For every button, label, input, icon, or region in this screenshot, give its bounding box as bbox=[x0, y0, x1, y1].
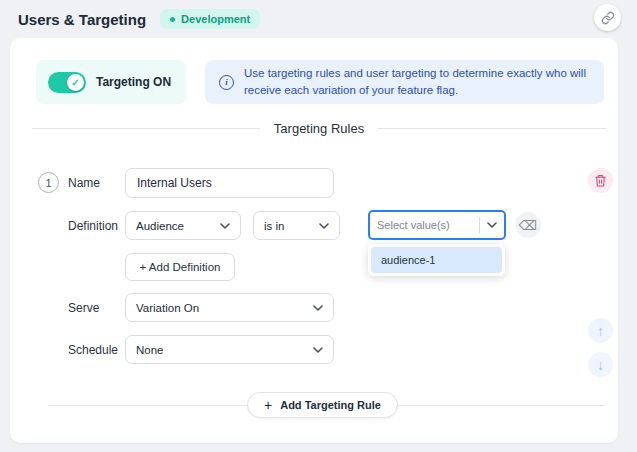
rule-index-badge: 1 bbox=[38, 172, 59, 193]
users-targeting-page: Users & Targeting Development ✓ Targetin… bbox=[0, 0, 637, 452]
environment-badge-label: Development bbox=[181, 13, 250, 25]
operator-select[interactable]: is in bbox=[253, 211, 340, 240]
serve-select[interactable]: Variation On bbox=[125, 293, 334, 322]
serve-label: Serve bbox=[68, 301, 99, 315]
values-dropdown-menu: audience-1 bbox=[368, 244, 505, 276]
add-targeting-rule-label: Add Targeting Rule bbox=[280, 399, 381, 411]
link-icon bbox=[601, 11, 615, 25]
targeting-toggle-label: Targeting ON bbox=[96, 75, 171, 89]
targeting-rules-divider: Targeting Rules bbox=[32, 119, 606, 137]
divider-line-left bbox=[32, 128, 260, 129]
info-banner-text: Use targeting rules and user targeting t… bbox=[244, 65, 590, 98]
chevron-down-icon bbox=[313, 347, 323, 353]
operator-select-value: is in bbox=[264, 220, 284, 232]
environment-badge: Development bbox=[160, 9, 260, 29]
schedule-select[interactable]: None bbox=[125, 335, 334, 364]
rule-name-input[interactable] bbox=[125, 168, 334, 198]
dropdown-option-audience-1[interactable]: audience-1 bbox=[371, 247, 502, 273]
targeting-toggle[interactable]: ✓ bbox=[48, 72, 86, 93]
trash-icon bbox=[594, 174, 607, 187]
arrow-up-icon: ↑ bbox=[597, 323, 604, 339]
divider-line-right bbox=[378, 128, 606, 129]
multiselect-caret[interactable] bbox=[480, 222, 504, 228]
targeting-card: ✓ Targeting ON i Use targeting rules and… bbox=[10, 38, 618, 443]
add-definition-button[interactable]: + Add Definition bbox=[125, 253, 235, 281]
property-select[interactable]: Audience bbox=[125, 211, 241, 240]
values-search-input[interactable] bbox=[377, 219, 479, 231]
info-icon: i bbox=[219, 75, 234, 90]
targeting-toggle-box: ✓ Targeting ON bbox=[36, 60, 186, 104]
chevron-down-icon bbox=[313, 305, 323, 311]
arrow-down-icon: ↓ bbox=[597, 357, 604, 373]
topbar: Users & Targeting Development bbox=[0, 0, 637, 38]
values-multiselect[interactable] bbox=[368, 210, 506, 240]
plus-icon: + bbox=[264, 398, 272, 412]
serve-select-value: Variation On bbox=[136, 302, 199, 314]
chevron-down-icon bbox=[487, 222, 497, 228]
chevron-down-icon bbox=[319, 223, 329, 229]
targeting-rules-heading: Targeting Rules bbox=[274, 121, 364, 136]
copy-link-button[interactable] bbox=[594, 4, 621, 31]
delete-rule-button[interactable] bbox=[588, 168, 613, 193]
page-title: Users & Targeting bbox=[18, 11, 146, 28]
definition-label: Definition bbox=[68, 219, 118, 233]
info-banner: i Use targeting rules and user targeting… bbox=[205, 60, 604, 104]
add-targeting-rule-button[interactable]: + Add Targeting Rule bbox=[247, 392, 398, 418]
backspace-icon: ⌫ bbox=[519, 218, 537, 233]
property-select-value: Audience bbox=[136, 220, 184, 232]
schedule-label: Schedule bbox=[68, 343, 118, 357]
environment-dot-icon bbox=[170, 17, 175, 22]
move-rule-down-button[interactable]: ↓ bbox=[588, 352, 613, 377]
toggle-check-icon: ✓ bbox=[67, 74, 84, 91]
move-rule-up-button[interactable]: ↑ bbox=[588, 318, 613, 343]
name-label: Name bbox=[68, 176, 100, 190]
schedule-select-value: None bbox=[136, 344, 164, 356]
clear-values-button[interactable]: ⌫ bbox=[515, 212, 541, 238]
chevron-down-icon bbox=[220, 223, 230, 229]
